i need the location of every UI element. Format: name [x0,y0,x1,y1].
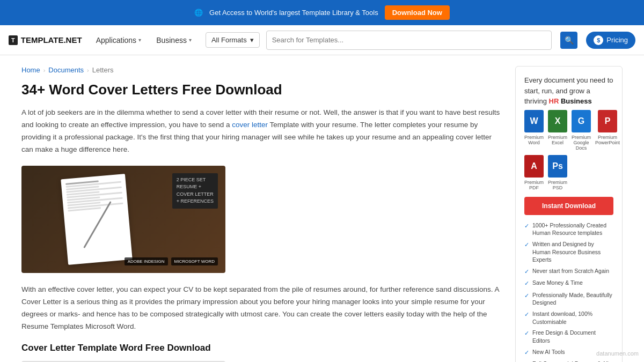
icon-psd: Ps Premium PSD [548,155,567,190]
logo-text: TEMPLATE.NET [21,35,82,45]
intro-text: A lot of job seekers are in the dilemma … [21,107,502,156]
search-button[interactable]: 🔍 [560,32,577,49]
banner-download-button[interactable]: Download Now [385,5,450,20]
nav-applications-label: Applications [96,36,137,45]
feature-item: ✓1000+ Professionally Created Human Reso… [524,221,613,237]
nav-item-business[interactable]: Business ▾ [151,25,197,55]
tool-label-word: MICROSOFT WORD [171,257,218,265]
format-dropdown-label: All Formats [211,36,247,44]
top-banner: 🌐 Get Access to World's largest Template… [0,0,644,25]
breadcrumb-sep2: › [87,67,89,73]
check-icon: ✓ [524,268,529,276]
format-dropdown-chevron: ▾ [250,36,254,44]
feature-item: ✓Full Commercial Purpose & All your docu… [524,360,613,362]
breadcrumb: Home › Documents › Letters [21,66,502,74]
breadcrumb-home[interactable]: Home [21,66,40,74]
doc-icon-grid: W Premium Word X Premium Excel G Premium… [524,110,613,190]
nav-applications-chevron: ▾ [138,37,141,43]
pdf-label: Premium PDF [524,180,544,190]
pdf-icon: A [524,155,544,178]
excel-icon: X [548,110,567,132]
check-icon: ✓ [524,292,529,300]
feature-item: ✓Professionally Made, Beautifully Design… [524,291,613,307]
feature-item: ✓Written and Designed by Human Resource … [524,240,613,264]
psd-label: Premium PSD [548,180,567,190]
check-icon: ✓ [524,349,529,357]
check-icon: ✓ [524,329,529,337]
format-dropdown[interactable]: All Formats ▾ [206,32,260,48]
check-icon: ✓ [524,241,529,249]
feature-item: ✓Never start from Scratch Again [524,267,613,276]
logo[interactable]: T TEMPLATE.NET [9,35,82,45]
breadcrumb-current: Letters [92,66,114,74]
icon-google-docs: G Premium Google Docs [572,110,591,151]
pricing-label: Pricing [606,36,628,44]
document-preview [61,174,132,265]
nav-business-chevron: ▾ [189,37,192,43]
sidebar: Every document you need to start, run, a… [515,66,623,362]
pricing-button[interactable]: $ Pricing [586,32,635,49]
psd-icon: Ps [548,155,567,178]
nav-item-applications[interactable]: Applications ▾ [91,25,147,55]
excel-label: Premium Excel [548,135,567,145]
icon-word: W Premium Word [524,110,544,151]
hr-highlight: HR [549,97,559,105]
banner-icon: 🌐 [194,9,203,17]
word-icon: W [524,110,544,132]
image-badge: 2 PIECE SETRESUME +COVER LETTER+ REFEREN… [172,173,218,209]
logo-box: T [9,35,18,45]
feature-item: ✓Instant download, 100% Customisable [524,310,613,326]
word-label: Premium Word [524,135,544,145]
cover-letter-image: 2 PIECE SETRESUME +COVER LETTER+ REFEREN… [21,166,225,273]
body-text: With an effective cover letter, you can … [21,284,502,333]
navbar: T TEMPLATE.NET Applications ▾ Business ▾… [0,25,644,55]
google-docs-icon: G [572,110,591,132]
ppt-icon: P [598,110,617,132]
section-title: Cover Letter Template Word Free Download [21,343,502,353]
cover-letter-link[interactable]: cover letter [232,121,268,129]
tool-label-indesign: ADOBE INDESIGN [125,257,168,265]
icon-ppt: P Premium PowerPoint [595,110,620,151]
icon-excel: X Premium Excel [548,110,567,151]
breadcrumb-documents[interactable]: Documents [48,66,84,74]
nav-business-label: Business [156,36,187,45]
pricing-icon: $ [594,35,603,45]
feature-list: ✓1000+ Professionally Created Human Reso… [524,221,613,363]
page-title: 34+ Word Cover Letters Free Download [21,82,502,98]
breadcrumb-sep1: › [43,67,46,73]
page-content: Home › Documents › Letters 34+ Word Cove… [0,55,644,362]
search-bar [266,31,552,50]
tool-labels: ADOBE INDESIGN MICROSOFT WORD [125,257,218,265]
check-icon: ✓ [524,311,529,319]
banner-text: Get Access to World's largest Template L… [209,9,378,17]
main-content: Home › Documents › Letters 34+ Word Cove… [21,66,502,362]
search-input[interactable] [272,36,546,44]
icon-pdf: A Premium PDF [524,155,544,190]
watermark: datanumen.com [596,350,639,357]
google-docs-label: Premium Google Docs [572,135,591,151]
sidebar-promo-card: Every document you need to start, run, a… [515,66,623,362]
feature-item: ✓Free Design & Document Editors [524,329,613,344]
check-icon: ✓ [524,279,529,287]
check-icon: ✓ [524,222,529,230]
ppt-label: Premium PowerPoint [595,135,620,145]
biz-highlight: Business [561,97,592,105]
card-title: Every document you need to start, run, a… [524,75,613,107]
feature-item: ✓Save Money & Time [524,279,613,287]
instant-download-button[interactable]: Instant Download [524,197,613,215]
